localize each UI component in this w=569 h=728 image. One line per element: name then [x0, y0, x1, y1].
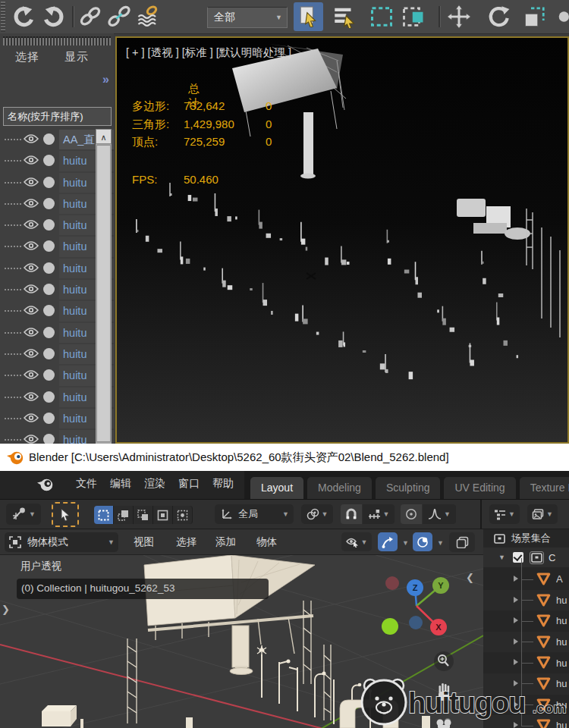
pivot-point-dropdown[interactable]: ▼ — [301, 504, 333, 524]
workspace-tab[interactable]: Texture Paint — [520, 477, 569, 499]
workspace-tab[interactable]: Modeling — [307, 477, 372, 499]
visibility-eye-icon[interactable] — [24, 369, 39, 383]
max-viewport[interactable]: [ + ] [透视 ] [标准 ] [默认明暗处理 ] 总计 多边形: 732,… — [115, 36, 569, 444]
select-and-scale-icon[interactable] — [522, 5, 548, 29]
menu-file[interactable]: 文件 — [76, 477, 97, 491]
transform-orientation-dropdown[interactable]: 全局 ▼ — [215, 504, 294, 524]
select-mode-intersect[interactable] — [173, 506, 193, 524]
workspace-tab[interactable]: UV Editing — [444, 477, 515, 499]
undo-icon[interactable] — [11, 5, 36, 29]
visibility-eye-icon[interactable] — [24, 327, 39, 340]
expand-arrow-icon[interactable] — [514, 576, 518, 582]
rectangular-selection-region-icon[interactable] — [369, 5, 395, 29]
mode-dropdown[interactable]: 物体模式 ▼ — [5, 532, 118, 552]
active-tool-dropdown[interactable]: ▼ — [6, 504, 41, 525]
select-tool-button[interactable] — [52, 502, 79, 527]
visibility-eye-icon[interactable] — [24, 348, 39, 362]
frozen-dot-icon[interactable] — [43, 177, 55, 188]
bind-to-space-warp-icon[interactable] — [135, 5, 161, 29]
scrollbar-up-button[interactable]: ∧ — [96, 129, 112, 144]
frozen-dot-icon[interactable] — [43, 219, 55, 231]
select-and-link-icon[interactable] — [77, 5, 103, 29]
snap-toggle[interactable] — [341, 504, 362, 524]
tab-select[interactable]: 选择 — [15, 50, 39, 64]
collection-row[interactable]: ▼ C — [483, 548, 569, 567]
workspace-tab[interactable]: Layout — [250, 477, 303, 499]
visibility-eye-icon[interactable] — [24, 262, 39, 276]
gizmos-toggle[interactable] — [378, 532, 398, 551]
scrollbar-thumb[interactable] — [96, 145, 111, 442]
snap-target-dropdown[interactable]: ▼ — [363, 504, 395, 524]
menu-object[interactable]: 物体 — [256, 535, 277, 549]
frozen-dot-icon[interactable] — [43, 155, 55, 166]
select-by-name-icon[interactable] — [332, 5, 358, 29]
overlays-toggle[interactable] — [413, 532, 432, 551]
selection-filter-dropdown[interactable]: 全部 ▼ — [207, 7, 288, 28]
expand-arrow-icon[interactable] — [514, 597, 518, 603]
menu-window[interactable]: 窗口 — [178, 477, 200, 491]
xray-toggle[interactable] — [449, 532, 475, 552]
outliner-object-row[interactable]: A — [483, 569, 569, 590]
show-object-types-dropdown[interactable]: ▼ — [341, 532, 372, 551]
overlays-dropdown-arrow[interactable]: ▼ — [437, 539, 444, 547]
select-and-move-icon[interactable] — [446, 5, 472, 29]
menu-edit[interactable]: 编辑 — [110, 477, 131, 491]
frozen-dot-icon[interactable] — [43, 413, 55, 424]
visibility-eye-icon[interactable] — [24, 413, 39, 426]
sidebar-expand-arrow[interactable]: ❮ — [466, 572, 474, 583]
scene-list-header[interactable]: 名称(按升序排序) — [3, 107, 112, 126]
gizmos-dropdown-arrow[interactable]: ▼ — [402, 539, 409, 547]
visibility-eye-icon[interactable] — [24, 219, 39, 233]
blender-menu-logo-icon[interactable] — [36, 476, 54, 492]
frozen-dot-icon[interactable] — [43, 305, 55, 316]
visibility-eye-icon[interactable] — [24, 284, 39, 297]
outliner-object-row[interactable]: hu — [483, 610, 569, 632]
frozen-dot-icon[interactable] — [43, 391, 55, 403]
menu-select[interactable]: 选择 — [176, 535, 196, 549]
collapse-arrow-icon[interactable]: ▼ — [498, 554, 505, 561]
proportional-editing-toggle[interactable] — [401, 504, 422, 524]
select-mode-subtract[interactable] — [134, 506, 153, 524]
expand-arrow-icon[interactable] — [514, 617, 518, 623]
outliner-object-row[interactable]: hu — [483, 590, 569, 611]
toolbar-expand-arrow[interactable]: ❯ — [2, 604, 10, 615]
panel-drag-handle[interactable] — [3, 36, 111, 46]
visibility-eye-icon[interactable] — [24, 177, 39, 190]
select-mode-new[interactable] — [94, 506, 114, 524]
frozen-dot-icon[interactable] — [43, 284, 55, 295]
visibility-eye-icon[interactable] — [24, 240, 39, 254]
frozen-dot-icon[interactable] — [43, 327, 55, 338]
frozen-dot-icon[interactable] — [43, 262, 55, 274]
frozen-dot-icon[interactable] — [43, 434, 55, 444]
outliner-object-row[interactable]: hu — [483, 632, 569, 653]
visibility-eye-icon[interactable] — [24, 305, 39, 318]
visibility-eye-icon[interactable] — [24, 133, 39, 147]
select-and-rotate-icon[interactable] — [486, 5, 511, 29]
menu-help[interactable]: 帮助 — [212, 477, 234, 491]
frozen-dot-icon[interactable] — [43, 133, 55, 145]
viewport-label[interactable]: [ + ] [透视 ] [标准 ] [默认明暗处理 ] — [126, 46, 291, 60]
outliner-object-row[interactable]: hu — [483, 652, 569, 673]
expand-arrow-icon[interactable] — [514, 722, 518, 728]
frozen-dot-icon[interactable] — [43, 369, 55, 381]
unlink-selection-icon[interactable] — [106, 5, 132, 29]
proportional-falloff-dropdown[interactable]: ▼ — [423, 504, 456, 524]
outliner-display-mode-dropdown[interactable]: ▼ — [527, 504, 558, 524]
outliner-object-row[interactable]: hu — [483, 695, 569, 716]
select-object-button[interactable] — [294, 2, 323, 31]
visibility-eye-icon[interactable] — [24, 198, 39, 212]
list-scrollbar[interactable]: ∧ — [96, 129, 112, 444]
visibility-eye-icon[interactable] — [24, 155, 39, 168]
outliner-object-row[interactable]: hu — [483, 673, 569, 695]
window-crossing-toggle-icon[interactable] — [401, 5, 426, 29]
toolbar-drag-handle[interactable] — [1, 2, 5, 32]
frozen-dot-icon[interactable] — [43, 240, 55, 252]
outliner-object-row[interactable]: hu — [483, 715, 569, 728]
menu-view[interactable]: 视图 — [134, 535, 154, 549]
frozen-dot-icon[interactable] — [43, 198, 55, 209]
workspace-tab[interactable]: Sculpting — [376, 477, 441, 499]
redo-icon[interactable] — [41, 5, 67, 29]
blender-viewport[interactable]: Z Y X — [0, 555, 483, 728]
tab-display[interactable]: 显示 — [64, 50, 89, 64]
visibility-eye-icon[interactable] — [24, 434, 39, 444]
